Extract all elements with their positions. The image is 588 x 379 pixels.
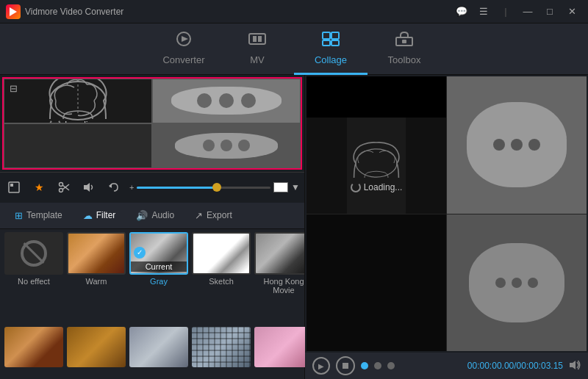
menu-button[interactable]: ☰ [473,4,494,19]
filter-icon: ☁ [83,210,93,221]
filter-r2-4[interactable] [192,327,251,367]
scissors-button[interactable] [54,178,74,197]
preview-dot-br-2 [512,278,522,288]
minimize-button[interactable]: — [517,4,538,19]
play-icon: ▶ [318,362,324,370]
filter-gray[interactable]: Current ✓ Gray [129,232,188,286]
template-label: Template [26,210,62,220]
r2-thumb-5 [254,327,313,367]
volume-button[interactable] [79,178,98,197]
preview-dot-tr-1 [493,139,505,151]
loading-indicator-right: Loading... [351,182,403,192]
svg-rect-9 [331,40,339,46]
export-tab-label: Export [207,210,232,220]
bubble-dot-1 [197,93,212,108]
progress-dot-2[interactable] [387,362,395,369]
star-button[interactable]: ★ [29,178,49,197]
preview-dot-br-3 [528,278,538,288]
collage-cell-bottom-right[interactable] [152,123,301,168]
color-swatch[interactable] [273,182,288,192]
preview-cell-br[interactable] [447,214,587,352]
audio-icon: 🔊 [136,210,148,221]
volume-icon[interactable] [569,359,581,373]
crop-button[interactable] [4,178,24,197]
filter-grid-row1: No effect Warm Current ✓ Gray [0,229,304,325]
preview-dot-tr-2 [511,139,523,151]
timeline-slider[interactable]: + ▼ [129,182,300,192]
dropdown-arrow-icon[interactable]: ▼ [291,182,300,192]
filter-r2-3[interactable] [129,327,188,367]
tab-collage-label: Collage [315,54,347,65]
tab-mv[interactable]: MV [220,24,294,75]
collage-toolbar: ★ [0,172,304,203]
bottom-tab-export[interactable]: ↗ Export [186,205,241,225]
preview-cell-bl[interactable] [306,214,446,352]
tab-collage[interactable]: Collage [294,24,368,75]
collage-editor: ⊟ [0,75,305,379]
r2-thumb-2 [67,327,126,367]
filter-sketch[interactable]: Sketch [192,232,251,286]
tab-toolbox[interactable]: Toolbox [368,24,441,75]
svg-marker-0 [10,7,17,16]
bottom-tabs-bar: ⊞ Template ☁ Filter 🔊 Audio ↗ Export [0,203,304,229]
bottom-tab-template[interactable]: ⊞ Template [6,205,71,225]
stop-icon [343,363,348,369]
svg-rect-8 [323,40,330,46]
brain-loading-left: Loading... [34,79,122,123]
no-symbol-line [24,242,45,264]
bubble-dot-2 [219,93,234,108]
current-time: 00:00:00.00 [467,361,514,371]
arrow-indicator: ← [299,115,302,131]
app-icon [6,4,21,19]
converter-icon [174,31,193,51]
close-button[interactable]: ✕ [562,4,582,19]
titlebar-left: Vidmore Video Converter [6,4,123,19]
progress-dot-active[interactable] [361,362,368,369]
total-time: 00:00:03.15 [517,361,563,371]
collage-cell-bottom-left[interactable] [4,123,152,168]
filter-r2-2[interactable] [67,327,126,367]
svg-rect-3 [249,34,265,44]
maximize-button[interactable]: □ [539,4,560,19]
slider-track[interactable] [137,187,270,189]
speech-bubble-shape [171,87,282,115]
collage-icon [321,31,340,51]
preview-dot-br-1 [495,278,506,288]
bottom-tab-filter[interactable]: ☁ Filter [74,205,125,225]
svg-line-18 [62,184,69,190]
filter-grid-row2 [0,324,304,379]
play-button[interactable]: ▶ [312,357,330,375]
preview-cell-tl[interactable]: Loading... [306,76,446,214]
check-mark: ✓ [134,247,146,259]
filter-hk[interactable]: Hong Kong Movie [254,232,304,295]
main-area: ⊟ [0,75,588,379]
slider-thumb[interactable] [212,183,221,192]
svg-point-12 [50,82,106,120]
collage-cell-top-right[interactable] [152,79,301,123]
svg-rect-6 [323,32,330,39]
titlebar: Vidmore Video Converter 💬 ☰ | — □ ✕ [0,0,588,24]
collage-cell-top-left[interactable]: ⊟ [4,79,152,123]
mv-icon [248,31,267,51]
preview-dot-tr-3 [528,139,540,151]
no-effect-label: No effect [18,277,50,286]
preview-video-grid: Loading... [306,76,587,351]
toolbox-icon [395,31,414,51]
undo-button[interactable] [104,178,123,197]
filter-r2-1[interactable] [4,327,63,367]
collage-preview-grid[interactable]: ⊟ [2,77,302,170]
progress-dot-1[interactable] [374,362,381,369]
svg-marker-22 [570,361,576,369]
preview-cell-tr[interactable] [447,76,587,214]
no-symbol [21,240,47,267]
message-button[interactable]: 💬 [451,4,472,19]
warm-label: Warm [86,277,107,286]
filter-no-effect[interactable]: No effect [4,232,63,286]
add-icon: + [129,183,134,192]
filter-warm[interactable]: Warm [67,232,126,286]
filter-r2-5[interactable] [254,327,313,367]
bottom-tab-audio[interactable]: 🔊 Audio [127,205,183,225]
tab-converter[interactable]: Converter [147,24,220,75]
svg-line-17 [62,185,69,190]
stop-button[interactable] [336,356,355,375]
